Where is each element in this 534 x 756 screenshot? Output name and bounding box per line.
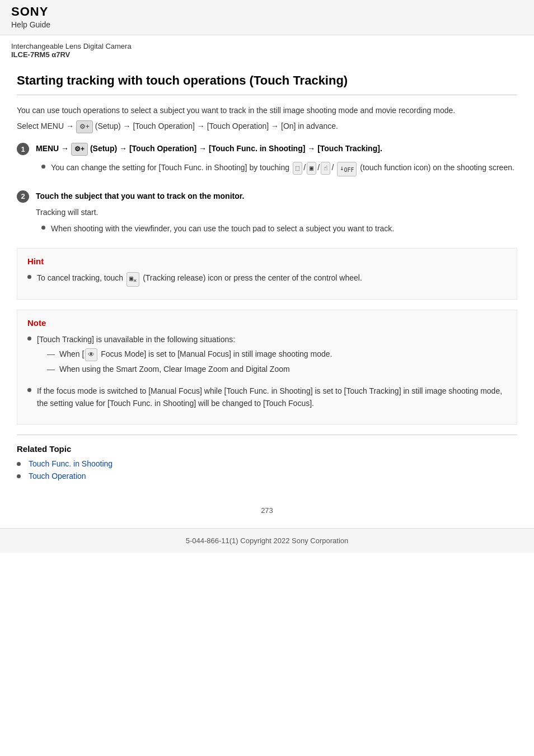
step2-content: Touch the subject that you want to track… [36,190,517,239]
step2-bullets: When shooting with the viewfinder, you c… [41,222,517,235]
related-link-item-0: Touch Func. in Shooting [17,459,517,468]
note-sub2: — When using the Smart Zoom, Clear Image… [47,363,332,375]
touch-func-icon2: ▣ [307,162,316,175]
tracking-release-icon: ▣✕ [127,272,139,286]
setup-icon-inline: ⚙+ [76,120,93,133]
page-title: Starting tracking with touch operations … [17,67,517,95]
select-instruction: Select MENU → ⚙+ (Setup) → [Touch Operat… [17,120,517,133]
note-section: Note [Touch Tracking] is unavailable in … [17,310,517,425]
step1-bullets: You can change the setting for [Touch Fu… [41,161,517,176]
footer: 5-044-866-11(1) Copyright 2022 Sony Corp… [0,528,534,553]
note-sub1: — When [👁 Focus Mode] is set to [Manual … [47,348,332,361]
breadcrumb-model: ILCE-7RM5 α7RV [11,50,523,59]
related-title: Related Topic [17,444,517,454]
note-title: Note [27,318,507,328]
hint-bullet1: To cancel tracking, touch ▣✕ (Tracking r… [27,272,507,286]
touch-func-icon4: ↓OFF [337,162,357,176]
intro-text: You can use touch operations to select a… [17,104,517,116]
step2-main-text: Touch the subject that you want to track… [36,190,517,202]
breadcrumb-area: Interchangeable Lens Digital Camera ILCE… [0,35,534,61]
related-link-1[interactable]: Touch Operation [29,472,86,480]
step1-content: MENU → ⚙+ (Setup) → [Touch Operation] → … [36,142,517,179]
bullet-dot [41,165,45,169]
related-link-0[interactable]: Touch Func. in Shooting [29,459,113,468]
copyright-text: 5-044-866-11(1) Copyright 2022 Sony Corp… [186,536,349,545]
step1-main-text: MENU → ⚙+ (Setup) → [Touch Operation] → … [36,142,517,156]
note-bullet-dot2 [27,388,31,392]
step2-number: 2 [17,190,29,203]
page-number: 273 [0,501,534,517]
focus-mode-icon: 👁 [85,348,97,361]
touch-func-icon3: ☝ [321,162,330,175]
related-link-item-1: Touch Operation [17,472,517,480]
related-links: Touch Func. in Shooting Touch Operation [17,459,517,480]
step2-bullet1: When shooting with the viewfinder, you c… [41,222,517,235]
related-dot-1 [17,474,21,478]
bullet-dot-2 [41,226,45,230]
hint-title: Hint [27,256,507,266]
note-item2: If the focus mode is switched to [Manual… [27,385,507,410]
note-sub-list: — When [👁 Focus Mode] is set to [Manual … [47,348,332,376]
note-bullet2: If the focus mode is switched to [Manual… [27,385,507,410]
step1-setup-icon: ⚙+ [71,143,88,156]
main-content: Starting tracking with touch operations … [0,61,534,501]
header: SONY Help Guide [0,0,534,35]
help-guide-label: Help Guide [11,20,523,29]
breadcrumb-camera: Interchangeable Lens Digital Camera [11,42,523,50]
step2-block: 2 Touch the subject that you want to tra… [17,190,517,239]
step1-number: 1 [17,143,29,155]
note-bullet1: [Touch Tracking] is unavailable in the f… [27,333,507,378]
related-section: Related Topic Touch Func. in Shooting To… [17,435,517,489]
related-dot-0 [17,462,21,466]
step2-sub-text: Tracking will start. [36,208,517,217]
step1-bullet1: You can change the setting for [Touch Fu… [41,161,517,176]
touch-func-icon1: ⬚ [293,162,302,175]
note-bullet-dot1 [27,337,31,340]
note-item1: [Touch Tracking] is unavailable in the f… [27,333,507,378]
sony-logo: SONY [11,4,523,19]
step1-block: 1 MENU → ⚙+ (Setup) → [Touch Operation] … [17,142,517,179]
hint-section: Hint To cancel tracking, touch ▣✕ (Track… [17,248,517,299]
hint-bullet-dot [27,275,31,279]
